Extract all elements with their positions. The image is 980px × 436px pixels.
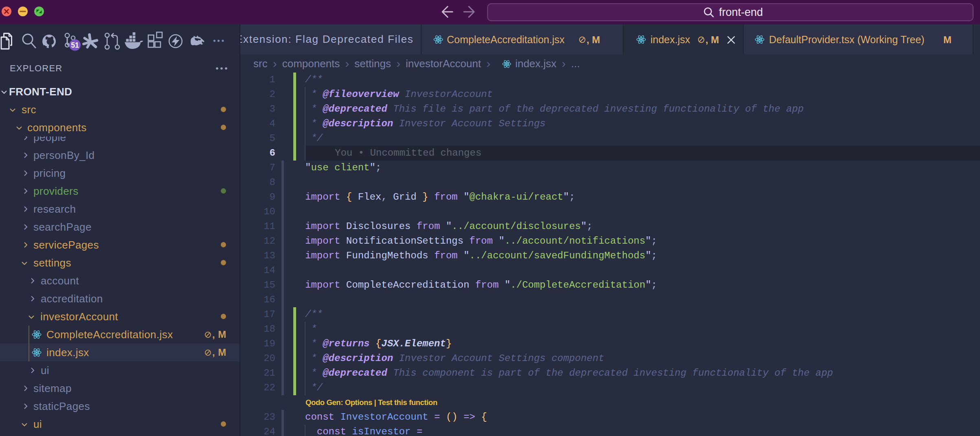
svg-text:51: 51 [71,41,79,49]
